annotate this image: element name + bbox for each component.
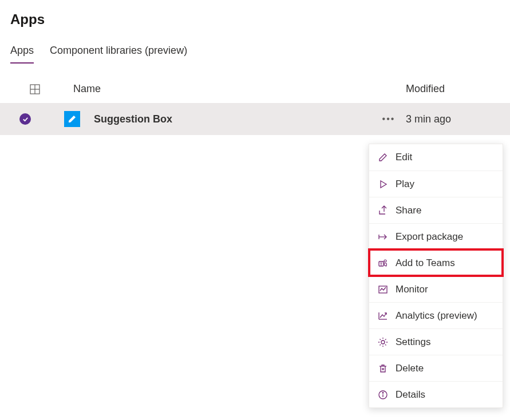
share-icon [377, 205, 389, 216]
pencil-icon [377, 152, 389, 163]
menu-item-add-to-teams[interactable]: T Add to Teams [369, 249, 503, 276]
gear-icon [377, 336, 389, 348]
play-icon [377, 179, 389, 190]
checkmark-selected-icon[interactable] [19, 113, 31, 125]
tabs-bar: Apps Component libraries (preview) [0, 27, 510, 64]
menu-item-label: Edit [396, 152, 412, 163]
menu-item-label: Play [396, 179, 414, 190]
svg-point-14 [382, 392, 384, 393]
menu-item-label: Analytics (preview) [396, 310, 477, 322]
menu-item-details[interactable]: Details [369, 381, 503, 407]
svg-text:T: T [380, 261, 383, 266]
menu-item-label: Details [396, 389, 425, 401]
menu-item-play[interactable]: Play [369, 171, 503, 197]
menu-item-analytics[interactable]: Analytics (preview) [369, 302, 503, 328]
tab-component-libraries[interactable]: Component libraries (preview) [50, 45, 187, 64]
menu-item-settings[interactable]: Settings [369, 328, 503, 355]
svg-point-7 [384, 260, 386, 262]
menu-item-label: Export package [396, 231, 463, 243]
context-menu: Edit Play Share Export package [369, 144, 503, 408]
analytics-icon [377, 310, 389, 322]
column-header-name[interactable]: Name [50, 83, 371, 95]
menu-item-label: Delete [396, 363, 424, 374]
app-name-cell[interactable]: Suggestion Box [94, 113, 371, 125]
export-icon [377, 231, 389, 243]
menu-item-label: Add to Teams [396, 257, 455, 269]
menu-item-label: Share [396, 205, 421, 216]
modified-cell: 3 min ago [406, 113, 510, 125]
table-header: Name Modified [0, 64, 510, 103]
menu-item-label: Settings [396, 336, 430, 348]
grid-icon [30, 84, 40, 94]
menu-item-label: Monitor [396, 284, 428, 295]
page-title: Apps [0, 0, 510, 27]
info-icon [377, 389, 389, 401]
menu-item-monitor[interactable]: Monitor [369, 276, 503, 302]
menu-item-share[interactable]: Share [369, 197, 503, 223]
menu-item-edit[interactable]: Edit [369, 144, 503, 171]
tab-apps[interactable]: Apps [10, 45, 34, 64]
app-icon [64, 111, 80, 127]
table-row[interactable]: Suggestion Box ••• 3 min ago [0, 103, 510, 135]
teams-icon: T [377, 257, 389, 269]
trash-icon [377, 363, 389, 374]
menu-item-export[interactable]: Export package [369, 223, 503, 249]
monitor-icon [377, 284, 389, 295]
more-actions-button[interactable]: ••• [371, 114, 406, 124]
svg-point-9 [381, 340, 385, 344]
column-header-modified[interactable]: Modified [406, 83, 510, 95]
menu-item-delete[interactable]: Delete [369, 355, 503, 381]
